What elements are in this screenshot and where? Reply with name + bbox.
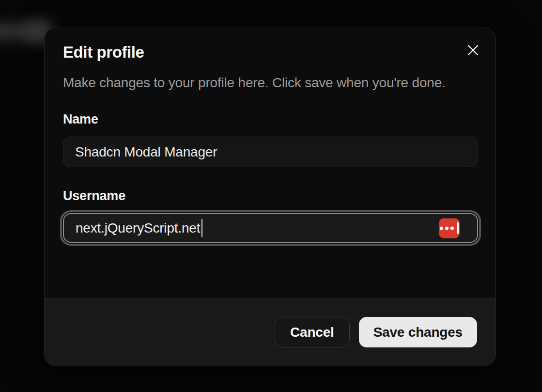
name-input[interactable]: [63, 137, 478, 167]
username-value: next.jQueryScript.net: [76, 220, 200, 236]
lastpass-cursor-bar: [457, 222, 459, 234]
lastpass-icon[interactable]: [439, 218, 460, 238]
text-cursor: [201, 219, 202, 237]
lastpass-dot: [450, 226, 454, 230]
dialog-title: Edit profile: [63, 43, 477, 62]
dialog-footer: Cancel Save changes: [45, 298, 496, 366]
dialog-description: Make changes to your profile here. Click…: [63, 72, 466, 94]
lastpass-dot: [440, 226, 443, 230]
username-input[interactable]: next.jQueryScript.net: [63, 213, 478, 243]
dialog-content: Edit profile Make changes to your profil…: [45, 28, 496, 243]
screen: Edit profile Make changes to your profil…: [0, 0, 542, 392]
username-label: Username: [63, 188, 477, 204]
name-label: Name: [63, 112, 477, 127]
close-button[interactable]: [463, 40, 483, 60]
cancel-button[interactable]: Cancel: [275, 317, 350, 347]
lastpass-dot: [445, 226, 449, 230]
edit-profile-dialog: Edit profile Make changes to your profil…: [44, 28, 496, 366]
save-changes-button[interactable]: Save changes: [359, 317, 477, 347]
x-icon: [466, 44, 480, 57]
